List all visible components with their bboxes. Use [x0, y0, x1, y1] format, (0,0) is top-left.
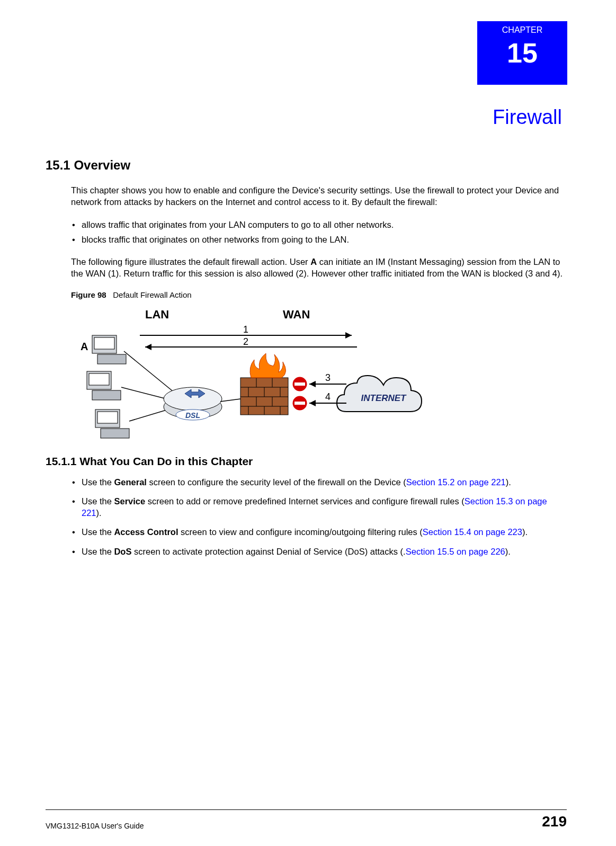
default-firewall-bullets: allows traffic that originates from your… — [71, 219, 567, 246]
cross-reference-link[interactable]: Section 15.4 on page 223 — [423, 527, 522, 537]
svg-rect-1 — [94, 337, 114, 349]
chapter-number: 15 — [477, 37, 567, 69]
arrow-label-2: 2 — [243, 336, 248, 347]
internet-label: INTERNET — [361, 393, 407, 403]
dsl-router-icon: DSL — [164, 387, 222, 420]
diagram-label-lan: LAN — [145, 308, 169, 321]
list-item: Use the DoS screen to activate protectio… — [71, 546, 567, 557]
footer-guide-name: VMG1312-B10A User's Guide — [46, 822, 144, 830]
svg-rect-32 — [294, 402, 305, 405]
svg-marker-36 — [145, 344, 151, 350]
desc-bold: A — [310, 257, 317, 266]
lan-pc-icon — [92, 335, 126, 364]
section-heading-overview: 15.1 Overview — [46, 158, 567, 173]
page-footer: VMG1312-B10A User's Guide 219 — [46, 809, 567, 830]
dsl-label: DSL — [185, 411, 200, 420]
page-number: 219 — [542, 813, 567, 830]
svg-rect-4 — [89, 373, 109, 385]
stop-sign-icon — [292, 395, 308, 411]
chapter-actions-list: Use the General screen to configure the … — [71, 476, 567, 557]
arrow-label-3: 3 — [325, 372, 331, 383]
stop-sign-icon — [292, 376, 308, 392]
chapter-box: CHAPTER 15 — [477, 21, 567, 85]
svg-line-41 — [220, 399, 240, 402]
cross-reference-link[interactable]: Section 15.2 on page 221 — [406, 477, 506, 487]
list-item: Use the Service screen to add or remove … — [71, 495, 567, 519]
svg-rect-7 — [97, 412, 118, 423]
page-content: 15.1 Overview This chapter shows you how… — [46, 158, 567, 565]
svg-marker-40 — [309, 400, 316, 406]
svg-marker-34 — [345, 332, 352, 339]
svg-marker-38 — [309, 381, 316, 387]
lan-pc-icon — [95, 409, 129, 438]
list-item: Use the Access Control screen to view an… — [71, 526, 567, 538]
list-item: Use the General screen to configure the … — [71, 476, 567, 488]
overview-intro: This chapter shows you how to enable and… — [71, 184, 567, 208]
lan-pc-icon — [87, 371, 121, 400]
internet-cloud-icon: INTERNET — [337, 376, 422, 412]
desc-pre: The following figure illustrates the def… — [71, 257, 310, 266]
default-action-desc: The following figure illustrates the def… — [71, 256, 567, 280]
bullet-item: allows traffic that originates from your… — [71, 219, 567, 230]
bullet-item: blocks traffic that originates on other … — [71, 234, 567, 245]
chapter-title: Firewall — [493, 106, 562, 129]
firewall-diagram: LAN WAN A — [71, 304, 442, 441]
svg-rect-30 — [294, 382, 305, 386]
svg-rect-8 — [101, 429, 129, 438]
diagram-label-a: A — [81, 341, 88, 352]
firewall-icon — [240, 353, 288, 415]
figure-title: Default Firewall Action — [113, 290, 191, 299]
chapter-label: CHAPTER — [502, 25, 542, 34]
svg-rect-2 — [97, 354, 126, 364]
figure-caption: Figure 98 Default Firewall Action — [71, 290, 567, 299]
section-heading-whatyoucando: 15.1.1 What You Can Do in this Chapter — [46, 455, 567, 468]
cross-reference-link[interactable]: Section 15.5 on page 226 — [406, 547, 505, 556]
arrow-label-1: 1 — [243, 324, 248, 335]
figure-number: Figure 98 — [71, 290, 106, 299]
arrow-label-4: 4 — [325, 391, 331, 402]
svg-rect-5 — [92, 390, 121, 400]
diagram-label-wan: WAN — [283, 308, 310, 321]
